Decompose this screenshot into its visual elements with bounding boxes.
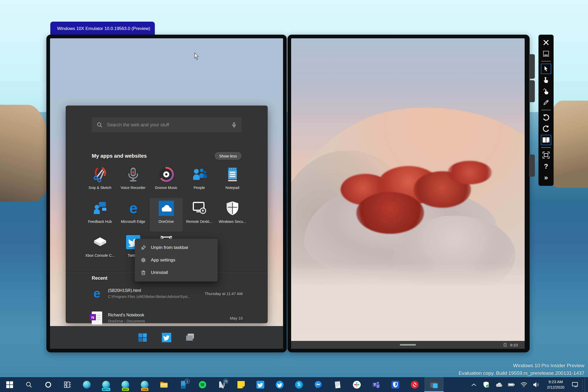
edge-dev-button[interactable]: DEV	[116, 377, 135, 392]
app-tile-windows-security[interactable]: Windows Secu...	[216, 198, 249, 231]
groove-music-icon	[158, 166, 174, 182]
search-button[interactable]	[19, 377, 39, 392]
twitter-button[interactable]	[251, 377, 270, 392]
teams-button[interactable]	[366, 377, 386, 392]
wallpaper-red-bush	[448, 161, 492, 184]
action-center-icon	[572, 382, 578, 388]
pen-mode-icon[interactable]	[541, 97, 551, 108]
device-taskbar-twitter[interactable]	[162, 333, 171, 342]
more-icon[interactable]: »	[541, 172, 551, 183]
close-icon[interactable]	[541, 37, 551, 48]
tray-chevron-button[interactable]	[469, 377, 479, 392]
app-tile-snip-sketch[interactable]: Snip & Sketch	[83, 164, 117, 198]
fit-screen-icon[interactable]	[541, 150, 551, 160]
multitouch-mode-icon[interactable]	[541, 86, 551, 96]
show-desktop-button[interactable]	[585, 377, 587, 392]
search-icon	[96, 122, 103, 128]
search-input[interactable]	[106, 122, 228, 128]
app-tile-groove-music[interactable]: Groove Music	[150, 164, 183, 198]
dev-badge: DEV	[122, 388, 129, 391]
help-icon[interactable]: ?	[541, 161, 551, 172]
chevron-up-icon	[471, 383, 476, 386]
bitwarden-button[interactable]	[386, 377, 405, 392]
tray-battery-button[interactable]	[506, 377, 517, 392]
notification-badge: 1	[185, 379, 190, 384]
snip-sketch-icon	[92, 166, 108, 182]
remote-desktop-icon	[191, 200, 207, 216]
minimize-icon[interactable]	[541, 48, 551, 59]
device-taskbar	[50, 326, 283, 349]
svg-text:e: e	[94, 287, 101, 300]
app-label: Snip & Sketch	[89, 186, 112, 190]
twitter-pwa-button[interactable]	[270, 377, 289, 392]
task-view-button[interactable]	[58, 377, 77, 392]
mouse-mode-icon[interactable]	[541, 64, 551, 74]
start-button[interactable]	[0, 377, 19, 392]
recent-item-path: C:\Program Files (x86)\Belarc\BelarcAdvi…	[108, 295, 199, 299]
app-tile-onedrive[interactable]: OneDrive	[150, 198, 183, 231]
emulator-title-tab[interactable]: Windows 10X Emulator 10.0.19563.0 (Previ…	[50, 22, 155, 36]
app-tile-people[interactable]: People	[183, 164, 216, 198]
recent-section-title: Recent	[92, 275, 107, 281]
device-start-button[interactable]	[138, 333, 147, 342]
apps-section-title: My apps and websites	[92, 153, 147, 159]
edge-dev-icon	[121, 381, 129, 389]
twitter-icon	[162, 333, 171, 342]
slack-button[interactable]	[347, 377, 366, 392]
emulator-icon	[430, 381, 438, 389]
device-power-button[interactable]	[529, 155, 535, 177]
tray-wifi-button[interactable]	[519, 377, 529, 392]
feedback-hub-icon	[92, 200, 108, 216]
emulator-taskbar-button[interactable]	[424, 377, 444, 392]
skype-button[interactable]: S	[289, 377, 309, 392]
device-volume-up-button[interactable]	[529, 54, 535, 79]
app-tile-remote-desktop[interactable]: Remote Deskt...	[183, 198, 216, 231]
context-menu-item-uninstall[interactable]: Uninstall	[135, 266, 218, 279]
app-tile-voice-recorder[interactable]: Voice Recorder	[117, 164, 150, 198]
spotify-button[interactable]	[193, 377, 212, 392]
touch-mode-icon[interactable]	[541, 75, 551, 85]
messenger-button[interactable]	[309, 377, 328, 392]
alexa-button[interactable]: 1	[174, 377, 193, 392]
cortana-button[interactable]	[39, 377, 58, 392]
emulator-toolbar: ? »	[538, 35, 554, 186]
search-bar[interactable]	[92, 117, 242, 132]
gesture-bar[interactable]	[400, 344, 416, 346]
start-icon	[6, 381, 13, 388]
action-center-button[interactable]	[570, 377, 580, 392]
rotate-left-icon[interactable]	[541, 112, 551, 123]
context-menu-item-unpin[interactable]: Unpin from taskbar	[135, 241, 218, 254]
edge-beta-button[interactable]: BETA	[96, 377, 116, 392]
host-taskbar: BETA DEV CAN 1 28 S	[0, 377, 588, 392]
edge-button[interactable]	[77, 377, 96, 392]
file-explorer-button[interactable]	[154, 377, 174, 392]
microphone-icon[interactable]	[231, 122, 237, 128]
context-menu-item-app-settings[interactable]: App settings	[135, 254, 218, 266]
sticky-notes-icon	[237, 381, 245, 388]
authy-button[interactable]	[405, 377, 424, 392]
sticky-notes-button[interactable]	[231, 377, 251, 392]
device-clock: 9:23	[510, 343, 518, 347]
authy-icon	[411, 381, 419, 389]
app-tile-notepad[interactable]: Notepad	[216, 164, 249, 198]
tray-clock[interactable]: 9:23 AM 2/12/2020	[544, 379, 568, 390]
device-volume-down-button[interactable]	[529, 80, 535, 102]
app-tile-microsoft-edge[interactable]: e Microsoft Edge	[117, 198, 150, 231]
emulator-title: Windows 10X Emulator 10.0.19563.0 (Previ…	[57, 26, 150, 31]
rotate-right-icon[interactable]	[541, 124, 551, 134]
tray-volume-button[interactable]	[531, 377, 542, 392]
recent-item[interactable]: e (SB20H1SR).html C:\Program Files (x86)…	[92, 284, 243, 303]
notepad-win32-button[interactable]	[328, 377, 347, 392]
tray-onedrive-button[interactable]	[494, 377, 504, 392]
edge-canary-button[interactable]: CAN	[135, 377, 154, 392]
show-less-button[interactable]: Show less	[215, 152, 242, 160]
news-reader-button[interactable]: 28	[212, 377, 231, 392]
tray-defender-button[interactable]	[481, 377, 492, 392]
app-tile-feedback-hub[interactable]: Feedback Hub	[83, 198, 117, 231]
desktop: Windows 10X Emulator 10.0.19563.0 (Previ…	[0, 0, 588, 392]
device-task-view-button[interactable]	[186, 333, 195, 342]
recent-item[interactable]: N Richard's Notebook OneDrive › Document…	[92, 309, 243, 327]
app-label: Xbox Console C...	[85, 253, 115, 258]
dual-screen-mode-icon[interactable]	[541, 135, 551, 145]
app-tile-xbox-console[interactable]: Xbox Console C...	[83, 232, 117, 265]
